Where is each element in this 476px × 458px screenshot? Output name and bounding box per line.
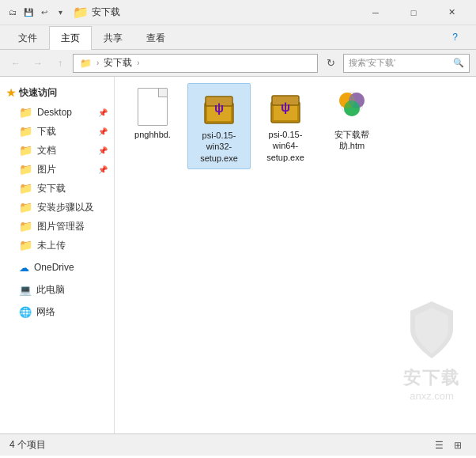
dropdown-icon[interactable]: ▾ [54,6,66,19]
close-button[interactable]: ✕ [433,0,470,25]
help-button[interactable]: ? [440,26,470,50]
sidebar-item-label: 图片管理器 [37,220,85,233]
folder-icon: 📁 [19,220,32,233]
address-bar: ← → ↑ 📁 › 安下载 › ↻ 搜索'安下载' 🔍 [0,50,476,77]
ribbon-tabs: 文件 主页 共享 查看 ? [0,25,476,49]
grid-view-button[interactable]: ⊞ [449,437,467,454]
folder-icon: 📁 [19,125,32,138]
file-area: pnghhbd. ψ psi-0.15-win32-setup.exe [115,77,476,433]
sidebar-item-desktop[interactable]: 📁 Desktop 📌 [0,103,114,122]
folder-icon: 📁 [19,182,32,195]
cloud-icon: ☁ [19,262,29,274]
file-label: psi-0.15-win64-setup.exe [257,129,314,163]
sidebar-item-label: Desktop [37,107,72,118]
pin-icon: 📌 [98,108,108,117]
save-icon: 💾 [22,6,35,19]
sidebar-item-pic-manager[interactable]: 📁 图片管理器 [0,217,114,236]
quick-access-icon: 🗂 [6,6,19,19]
sidebar-item-install-steps[interactable]: 📁 安装步骤以及 [0,198,114,217]
star-icon: ★ [6,87,16,99]
title-bar-icons: 🗂 💾 ↩ ▾ [6,6,66,19]
file-grid: pnghhbd. ψ psi-0.15-win32-setup.exe [121,83,470,169]
sidebar-item-label: 网络 [36,305,55,319]
folder-icon: 📁 [19,201,32,214]
item-count: 4 个项目 [9,438,46,452]
quick-access-header[interactable]: ★ 快速访问 [0,83,114,103]
file-item-help-htm[interactable]: 安下载帮助.htm [320,83,383,157]
path-current: 安下载 [104,56,132,70]
main-area: ★ 快速访问 📁 Desktop 📌 📁 下载 📌 📁 文档 📌 📁 图片 📌 … [0,77,476,433]
file-label: psi-0.15-win32-setup.exe [191,130,247,164]
back-button[interactable]: ← [6,54,25,73]
address-path[interactable]: 📁 › 安下载 › [73,54,318,73]
tab-share[interactable]: 共享 [92,26,134,50]
pin-icon: 📌 [98,146,108,155]
sidebar-item-anzai[interactable]: 📁 安下载 [0,179,114,198]
search-placeholder: 搜索'安下载' [349,57,395,69]
file-icon-psi64: ψ [266,88,304,126]
sidebar-item-downloads[interactable]: 📁 下载 📌 [0,122,114,141]
search-icon: 🔍 [453,58,464,68]
sidebar-item-label: OneDrive [34,262,74,273]
file-label: pnghhbd. [134,129,171,140]
title-bar-controls: ─ □ ✕ [357,0,470,25]
tab-home[interactable]: 主页 [49,26,92,50]
sidebar-item-label: 图片 [37,163,56,176]
watermark-url: anxz.com [410,390,454,402]
tab-view[interactable]: 查看 [134,26,177,50]
file-item-pnghhbd[interactable]: pnghhbd. [121,83,184,145]
network-icon: 🌐 [19,306,32,318]
sidebar: ★ 快速访问 📁 Desktop 📌 📁 下载 📌 📁 文档 📌 📁 图片 📌 … [0,77,115,433]
status-bar: 4 个项目 ☰ ⊞ [0,433,476,456]
quick-access-label: 快速访问 [19,86,57,100]
folder-icon: 📁 [19,106,32,119]
pin-icon: 📌 [98,165,108,174]
folder-icon: 📁 [73,5,89,20]
folder-icon: 📁 [19,239,32,252]
window-title: 安下载 [92,6,120,19]
sidebar-item-onedrive[interactable]: ☁ OneDrive [0,258,114,277]
file-item-psi32[interactable]: ψ psi-0.15-win32-setup.exe [187,83,251,169]
search-box[interactable]: 搜索'安下载' 🔍 [343,54,470,73]
sidebar-item-label: 未上传 [37,239,66,252]
sidebar-item-not-uploaded[interactable]: 📁 未上传 [0,236,114,255]
sidebar-item-documents[interactable]: 📁 文档 📌 [0,141,114,160]
up-button[interactable]: ↑ [51,54,70,73]
refresh-button[interactable]: ↻ [321,54,340,73]
tab-file[interactable]: 文件 [6,26,49,50]
view-buttons: ☰ ⊞ [430,437,467,454]
sidebar-item-label: 文档 [37,144,56,157]
file-item-psi64[interactable]: ψ psi-0.15-win64-setup.exe [254,83,317,168]
path-separator: › [96,59,99,67]
file-icon-psi32: ψ [200,89,238,127]
watermark: 安下载 anxz.com [403,298,460,402]
sidebar-item-label: 下载 [37,125,56,138]
maximize-button[interactable]: □ [395,0,432,25]
sidebar-item-label: 安下载 [37,182,66,195]
minimize-button[interactable]: ─ [357,0,394,25]
path-end-sep: › [137,59,139,67]
undo-icon: ↩ [38,6,51,19]
folder-icon: 📁 [19,163,32,176]
sidebar-item-label: 此电脑 [36,283,65,297]
computer-icon: 💻 [19,284,32,296]
sidebar-item-thispc[interactable]: 💻 此电脑 [0,280,114,299]
file-icon-htm [333,88,371,126]
folder-icon: 📁 [19,144,32,157]
file-label: 安下载帮助.htm [323,129,380,152]
sidebar-item-network[interactable]: 🌐 网络 [0,302,114,321]
svg-text:ψ: ψ [214,101,224,115]
watermark-text: 安下载 [403,366,460,390]
forward-button[interactable]: → [28,54,47,73]
list-view-button[interactable]: ☰ [430,437,448,454]
sidebar-item-label: 安装步骤以及 [37,201,94,214]
svg-point-14 [344,100,360,116]
pin-icon: 📌 [98,127,108,136]
title-bar-folder: 📁 安下载 [73,5,357,20]
title-bar: 🗂 💾 ↩ ▾ 📁 安下载 ─ □ ✕ [0,0,476,25]
path-folder-icon: 📁 [80,58,92,69]
file-icon-blank [134,88,172,126]
watermark-shield-icon [404,298,459,373]
sidebar-item-pictures[interactable]: 📁 图片 📌 [0,160,114,179]
svg-text:ψ: ψ [281,100,290,114]
